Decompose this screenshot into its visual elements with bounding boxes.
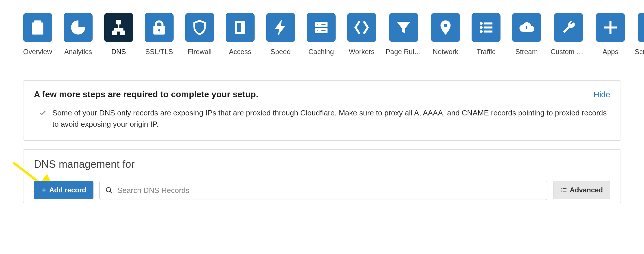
file-icon (638, 13, 644, 42)
nav-item-custom-pages[interactable]: Custom P… (553, 13, 584, 56)
nav-item-network[interactable]: Network (431, 13, 460, 56)
nav-item-page-rules[interactable]: Page Rules (388, 13, 419, 56)
server-icon (307, 13, 336, 42)
nav-item-traffic[interactable]: Traffic (472, 13, 501, 56)
setup-header: A few more steps are required to complet… (34, 89, 610, 99)
nav-item-workers[interactable]: Workers (347, 13, 376, 56)
nav-item-apps[interactable]: Apps (596, 13, 625, 56)
shield-icon (185, 13, 214, 42)
pie-icon (64, 13, 93, 42)
list-icon (560, 187, 567, 194)
nav-item-access[interactable]: Access (226, 13, 255, 56)
advanced-label: Advanced (570, 186, 603, 194)
sitemap-icon (104, 13, 133, 42)
nav-item-ssl-tls[interactable]: SSL/TLS (145, 13, 174, 56)
nav-label: Speed (271, 48, 290, 56)
svg-rect-22 (563, 190, 566, 190)
lock-icon (145, 13, 174, 42)
nav-label: Analytics (64, 48, 92, 56)
search-input[interactable] (117, 186, 541, 195)
svg-rect-21 (563, 188, 566, 189)
nav-item-analytics[interactable]: Analytics (64, 13, 93, 56)
nav-label: Apps (603, 48, 619, 56)
nav-label: SSL/TLS (145, 48, 173, 56)
nav-item-firewall[interactable]: Firewall (185, 13, 214, 56)
page-root: Overview Analytics DNS SSL/TLS Firewall … (0, 3, 644, 215)
nav-item-dns[interactable]: DNS (104, 13, 133, 56)
add-record-label: Add record (49, 186, 86, 194)
nav-item-stream[interactable]: Stream (512, 13, 541, 56)
funnel-icon (389, 13, 418, 42)
svg-point-18 (562, 188, 562, 189)
bolt-icon (266, 13, 295, 42)
nav-label: Page Rules (386, 48, 422, 56)
nav-label: DNS (111, 48, 126, 56)
nav-item-caching[interactable]: Caching (307, 13, 336, 56)
nav-label: Network (433, 48, 458, 56)
product-nav: Overview Analytics DNS SSL/TLS Firewall … (0, 3, 644, 63)
svg-rect-23 (563, 192, 566, 192)
wrench-icon (554, 13, 583, 42)
search-icon (105, 187, 113, 194)
brackets-icon (347, 13, 376, 42)
nav-label: Workers (349, 48, 375, 56)
svg-line-17 (110, 191, 112, 193)
nav-label: Firewall (188, 48, 212, 56)
door-icon (226, 13, 255, 42)
nav-item-overview[interactable]: Overview (23, 13, 52, 56)
nav-label: Caching (308, 48, 334, 56)
check-icon (38, 109, 47, 118)
plus-small-icon (41, 187, 47, 193)
clipboard-icon (23, 13, 52, 42)
advanced-button[interactable]: Advanced (553, 181, 610, 199)
dns-title: DNS management for (34, 158, 610, 170)
plus-icon (596, 13, 625, 42)
nav-label: Overview (23, 48, 52, 56)
search-wrap[interactable] (99, 181, 547, 200)
dns-panel: DNS management for Add record Advanced (23, 149, 621, 203)
list-icon (472, 13, 501, 42)
add-record-button[interactable]: Add record (34, 181, 93, 199)
svg-point-16 (106, 187, 111, 192)
setup-message: Some of your DNS only records are exposi… (52, 107, 610, 130)
pin-icon (431, 13, 460, 42)
svg-point-20 (562, 191, 562, 192)
hide-link[interactable]: Hide (593, 90, 610, 99)
nav-label: Custom P… (551, 48, 586, 56)
nav-item-speed[interactable]: Speed (266, 13, 295, 56)
setup-panel: A few more steps are required to complet… (23, 80, 621, 141)
svg-point-19 (562, 189, 562, 190)
nav-label: Access (229, 48, 251, 56)
cloud-icon (512, 13, 541, 42)
nav-label: Stream (515, 48, 538, 56)
nav-label: Traffic (476, 48, 495, 56)
dns-controls: Add record Advanced (34, 181, 610, 200)
nav-label: Scrape S… (635, 48, 644, 56)
nav-item-scrape-shield[interactable]: Scrape S… (636, 13, 644, 56)
setup-body: Some of your DNS only records are exposi… (38, 107, 610, 130)
setup-title: A few more steps are required to complet… (34, 89, 258, 99)
